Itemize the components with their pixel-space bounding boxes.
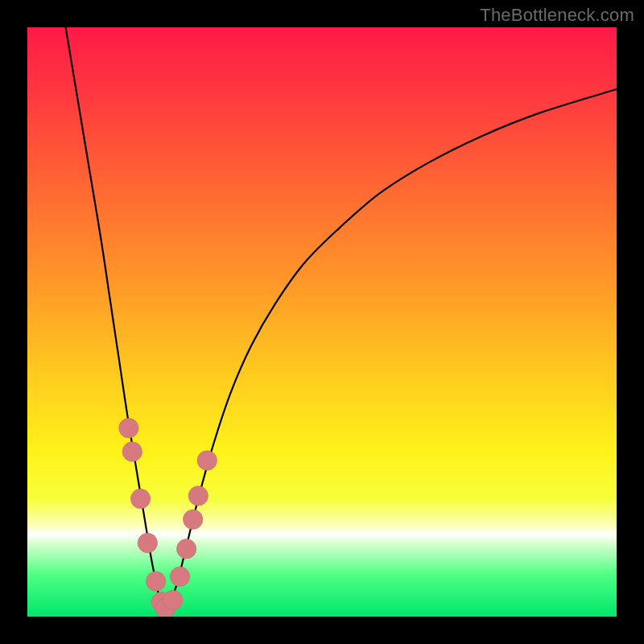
- curve-marker: [138, 533, 158, 553]
- curve-marker: [188, 486, 208, 506]
- curve-marker: [170, 567, 190, 587]
- curve-marker: [146, 572, 166, 592]
- plot-area: [27, 27, 617, 617]
- curve-marker: [176, 539, 196, 559]
- curve-marker: [130, 489, 151, 509]
- curve-layer: [27, 27, 617, 617]
- curve-marker: [183, 510, 203, 530]
- curve-right-branch: [169, 89, 617, 608]
- curve-markers: [119, 419, 217, 617]
- curve-marker: [122, 442, 142, 462]
- curve-marker: [197, 451, 217, 471]
- curve-marker: [119, 419, 139, 439]
- curve-left-branch: [66, 27, 162, 608]
- curve-marker: [163, 590, 184, 610]
- chart-frame: TheBottleneck.com: [0, 0, 644, 644]
- watermark-text: TheBottleneck.com: [480, 5, 634, 26]
